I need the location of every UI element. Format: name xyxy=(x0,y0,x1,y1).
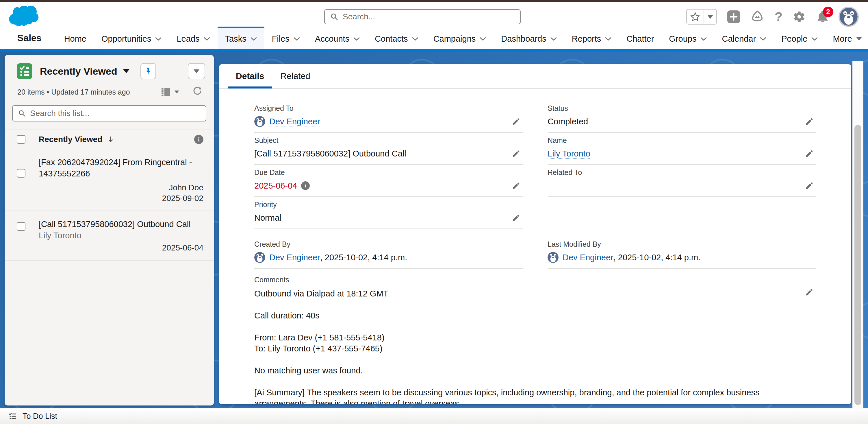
edit-subject-button[interactable] xyxy=(512,149,520,158)
row-title[interactable]: [Fax 2062047392024] From Ringcentral - 1… xyxy=(39,157,204,179)
edit-status-button[interactable] xyxy=(805,117,814,126)
chevron-down-icon xyxy=(293,37,300,41)
star-icon xyxy=(690,12,700,22)
refresh-icon xyxy=(192,86,203,96)
task-list-icon xyxy=(17,63,32,79)
setup-button[interactable] xyxy=(793,10,806,23)
favorites-star-button[interactable] xyxy=(687,9,704,24)
caret-down-icon xyxy=(175,90,179,93)
comments-body: Outbound via Dialpad at 18:12 GMT Call d… xyxy=(254,288,795,404)
field-assigned-to: Assigned To Dev Engineer xyxy=(254,101,523,133)
tab-calendar[interactable]: Calendar xyxy=(714,27,774,49)
column-header-label[interactable]: Recently Viewed xyxy=(39,135,102,144)
caret-down-icon xyxy=(194,69,199,73)
row-checkbox[interactable] xyxy=(17,222,25,231)
field-created-by: Created By Dev Engineer , 2025-10-02, 4:… xyxy=(254,236,523,269)
chevron-down-icon xyxy=(155,37,161,41)
list-view-caret-icon[interactable] xyxy=(123,69,129,73)
global-actions-button[interactable] xyxy=(727,10,740,23)
field-related-to: Related To xyxy=(548,165,816,197)
edit-priority-button[interactable] xyxy=(512,214,520,222)
column-info-icon[interactable]: i xyxy=(194,135,204,144)
refresh-button[interactable] xyxy=(192,86,203,98)
tab-groups[interactable]: Groups xyxy=(661,27,714,49)
chevron-down-icon xyxy=(412,37,418,41)
overdue-info-icon[interactable]: i xyxy=(301,181,310,190)
row-checkbox[interactable] xyxy=(17,169,25,177)
tab-leads[interactable]: Leads xyxy=(169,27,217,49)
utility-bar[interactable]: To Do List xyxy=(0,408,868,424)
sort-descending-icon[interactable] xyxy=(107,136,115,143)
chevron-down-icon xyxy=(479,37,486,41)
tab-people[interactable]: People xyxy=(774,27,825,49)
field-comments: Comments Outbound via Dialpad at 18:12 G… xyxy=(254,276,816,404)
chevron-down-icon xyxy=(250,37,257,41)
edit-due-date-button[interactable] xyxy=(512,181,520,190)
search-icon xyxy=(18,109,26,117)
todo-list-label: To Do List xyxy=(23,412,57,421)
notifications-button[interactable]: 2 xyxy=(816,10,829,23)
status-value: Completed xyxy=(548,117,588,126)
list-item[interactable]: [Call 5171537958060032] Outbound Call Li… xyxy=(5,211,214,261)
favorites-group xyxy=(686,9,717,25)
tab-related[interactable]: Related xyxy=(272,64,318,88)
global-search xyxy=(324,9,521,24)
chevron-down-icon xyxy=(605,37,612,41)
tab-campaigns[interactable]: Campaigns xyxy=(426,27,494,49)
tab-accounts[interactable]: Accounts xyxy=(307,27,367,49)
user-avatar[interactable] xyxy=(840,8,858,26)
name-link[interactable]: Lily Toronto xyxy=(548,149,590,159)
created-by-link[interactable]: Dev Engineer xyxy=(269,253,320,262)
list-item[interactable]: [Fax 2062047392024] From Ringcentral - 1… xyxy=(5,149,214,211)
help-button[interactable]: ? xyxy=(775,10,782,23)
tab-dashboards[interactable]: Dashboards xyxy=(494,27,564,49)
caret-down-icon xyxy=(856,37,862,40)
tab-files[interactable]: Files xyxy=(265,27,307,49)
edit-assigned-to-button[interactable] xyxy=(512,117,520,126)
window-top-strip xyxy=(0,0,868,2)
display-as-button[interactable] xyxy=(160,86,179,98)
list-search-input[interactable] xyxy=(30,109,200,118)
row-date: 2025-09-02 xyxy=(39,193,204,204)
chevron-down-icon xyxy=(353,37,360,41)
global-search-input[interactable] xyxy=(343,12,515,21)
chevron-down-icon xyxy=(811,37,818,41)
todo-list-icon xyxy=(8,412,17,421)
edit-comments-button[interactable] xyxy=(805,288,814,296)
pinned-list-panel: Recently Viewed 20 items • Updated 17 mi… xyxy=(5,55,214,405)
list-view-title[interactable]: Recently Viewed xyxy=(40,66,117,77)
tab-details[interactable]: Details xyxy=(228,64,272,88)
tab-tasks[interactable]: Tasks xyxy=(218,27,265,49)
edit-name-button[interactable] xyxy=(805,149,814,158)
question-icon: ? xyxy=(775,10,782,23)
chevron-down-icon xyxy=(551,37,557,41)
row-who: Lily Toronto xyxy=(39,231,82,240)
field-status: Status Completed xyxy=(548,101,816,133)
field-priority: Priority Normal xyxy=(254,197,523,229)
pin-icon xyxy=(144,67,152,75)
tab-reports[interactable]: Reports xyxy=(564,27,619,49)
tab-home[interactable]: Home xyxy=(57,27,94,49)
select-all-checkbox[interactable] xyxy=(17,135,25,144)
tab-opportunities[interactable]: Opportunities xyxy=(94,27,169,49)
tab-more[interactable]: More xyxy=(825,27,868,49)
list-meta-text: 20 items • Updated 17 minutes ago xyxy=(17,88,130,96)
tab-contacts[interactable]: Contacts xyxy=(367,27,426,49)
trailhead-button[interactable] xyxy=(750,10,764,24)
tab-chatter[interactable]: Chatter xyxy=(619,27,661,49)
favorites-menu-button[interactable] xyxy=(704,9,716,24)
list-actions-button[interactable] xyxy=(188,63,205,79)
notification-badge: 2 xyxy=(823,7,833,17)
priority-value: Normal xyxy=(254,213,281,223)
chevron-down-icon xyxy=(204,37,210,41)
pin-list-button[interactable] xyxy=(141,63,156,79)
split-view-icon xyxy=(160,86,172,98)
assigned-to-link[interactable]: Dev Engineer xyxy=(269,117,320,126)
scrollbar-thumb[interactable] xyxy=(855,125,861,405)
field-subject: Subject [Call 5171537958060032] Outbound… xyxy=(254,133,523,165)
last-modified-by-link[interactable]: Dev Engineer xyxy=(563,253,614,262)
nav-accent-bar xyxy=(0,49,868,52)
list-search xyxy=(12,105,206,121)
row-title[interactable]: [Call 5171537958060032] Outbound Call xyxy=(39,220,191,229)
edit-related-to-button[interactable] xyxy=(805,181,814,190)
